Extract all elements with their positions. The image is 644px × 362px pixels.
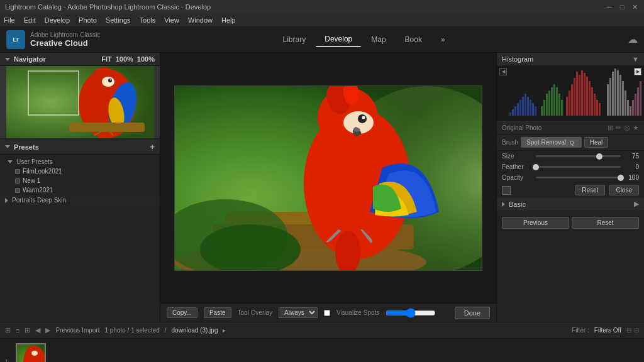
canvas-area: Copy... Paste Tool Overlay Always Auto N… — [160, 53, 496, 322]
app-name: Adobe Lightroom Classic — [30, 31, 100, 38]
tab-library[interactable]: Library — [274, 33, 315, 47]
close-button[interactable]: ✕ — [630, 3, 639, 11]
menu-tools[interactable]: Tools — [140, 16, 156, 24]
edit-icon[interactable]: ✏ — [616, 124, 621, 132]
shadow-clipping-button[interactable]: ◀ — [499, 68, 507, 75]
user-presets-label[interactable]: User Presets — [0, 157, 160, 167]
svg-rect-9 — [69, 123, 145, 132]
opacity-slider-row: Opacity 100 — [497, 172, 644, 183]
tab-more[interactable]: » — [432, 33, 454, 47]
menu-help[interactable]: Help — [221, 16, 236, 24]
visualize-spots-slider[interactable] — [386, 308, 436, 318]
highlight-clipping-button[interactable]: ▶ — [634, 68, 641, 75]
basic-header[interactable]: Basic ▶ — [497, 197, 644, 211]
svg-rect-52 — [576, 72, 578, 116]
opacity-value: 100 — [623, 174, 639, 181]
spot-color-swatch[interactable] — [502, 186, 511, 195]
visualize-spots-checkbox[interactable] — [324, 310, 330, 316]
heal-button[interactable]: Heal — [584, 137, 609, 148]
menu-view[interactable]: View — [164, 16, 179, 24]
preset-warm2021[interactable]: Warm2021 — [0, 185, 160, 195]
preset-new1[interactable]: New 1 — [0, 176, 160, 185]
tab-map[interactable]: Map — [362, 33, 394, 47]
main-photo — [175, 86, 482, 271]
tool-overlay-select[interactable]: Always Auto Never — [279, 307, 318, 318]
svg-point-79 — [31, 351, 38, 356]
tab-develop[interactable]: Develop — [316, 32, 361, 47]
svg-rect-61 — [599, 103, 601, 116]
target-icon[interactable]: ◎ — [624, 124, 630, 132]
portraits-group[interactable]: Portraits Deep Skin — [0, 195, 160, 206]
presets-add-icon[interactable]: + — [150, 142, 155, 151]
svg-rect-41 — [546, 94, 548, 116]
reset-button[interactable]: Reset — [572, 217, 639, 229]
filmstrip-sort-icon[interactable]: ⊞ — [25, 326, 30, 334]
svg-rect-31 — [517, 103, 519, 116]
opacity-thumb[interactable] — [618, 175, 624, 181]
filmstrip-ctrl-2[interactable]: ⊟ — [634, 327, 639, 334]
svg-point-5 — [110, 79, 111, 80]
menu-settings[interactable]: Settings — [106, 16, 131, 24]
histogram-header[interactable]: Histogram ▼ — [497, 53, 644, 65]
previous-button[interactable]: Previous — [502, 217, 569, 229]
svg-point-4 — [108, 79, 112, 82]
q-badge: Q — [568, 140, 576, 146]
preset-filmlook[interactable]: FilmLook2021 — [0, 167, 160, 176]
navigator-header[interactable]: Navigator FIT 100% 100% — [0, 53, 160, 66]
grid-icon[interactable]: ⊞ — [608, 124, 613, 132]
copy-button[interactable]: Copy... — [167, 307, 197, 318]
feather-track[interactable] — [536, 166, 621, 168]
filmstrip-thumbnail-1[interactable] — [16, 343, 46, 363]
filmstrip-ctrl-1[interactable]: ⊟ — [626, 327, 631, 334]
preset-label: Warm2021 — [23, 187, 53, 194]
maximize-button[interactable]: □ — [618, 3, 626, 11]
filmstrip-prev-arrow[interactable]: ◀ — [35, 326, 40, 334]
filmstrip-count: 1 photo / 1 selected — [104, 327, 159, 334]
filmstrip-list-icon[interactable]: ≡ — [16, 327, 19, 334]
size-thumb[interactable] — [596, 153, 602, 160]
presets-header[interactable]: Presets + — [0, 140, 160, 155]
nav-fit[interactable]: FIT — [101, 55, 112, 63]
filmstrip-grid-icon[interactable]: ⊞ — [5, 326, 11, 334]
filmstrip-nav-controls: ⊟ ⊟ — [626, 327, 639, 334]
menu-file[interactable]: File — [4, 16, 15, 24]
svg-rect-34 — [525, 94, 526, 116]
nav-zoom2[interactable]: 100% — [137, 55, 155, 63]
lrc-logo: Lr — [6, 30, 25, 49]
spot-removal-button[interactable]: Spot Removal Q — [521, 137, 582, 148]
menu-edit[interactable]: Edit — [24, 16, 36, 24]
feather-thumb[interactable] — [533, 164, 539, 170]
svg-rect-49 — [569, 90, 570, 116]
cloud-icon[interactable]: ☁ — [628, 33, 638, 45]
svg-rect-54 — [581, 70, 583, 116]
minimize-button[interactable]: ─ — [605, 3, 614, 11]
tab-book[interactable]: Book — [396, 33, 431, 47]
navigator-thumbnail — [6, 66, 154, 138]
star-icon[interactable]: ★ — [633, 124, 639, 132]
menu-window[interactable]: Window — [188, 16, 213, 24]
menu-photo[interactable]: Photo — [79, 16, 97, 24]
svg-rect-36 — [530, 100, 531, 116]
svg-rect-32 — [519, 100, 521, 116]
svg-rect-46 — [558, 94, 560, 116]
svg-rect-30 — [514, 106, 516, 116]
svg-rect-45 — [556, 87, 558, 116]
menu-develop[interactable]: Develop — [45, 16, 70, 24]
photo-container[interactable] — [160, 53, 496, 303]
svg-rect-56 — [586, 77, 588, 116]
portraits-label: Portraits Deep Skin — [12, 197, 66, 204]
svg-rect-28 — [509, 112, 511, 116]
histogram-collapse-icon[interactable]: ▼ — [632, 55, 639, 63]
filmstrip-nav: ⊞ ≡ ⊞ ◀ ▶ Previous Import 1 photo / 1 se… — [0, 322, 644, 338]
paste-button[interactable]: Paste — [204, 307, 231, 318]
filmstrip-next-arrow[interactable]: ▶ — [45, 326, 50, 334]
svg-rect-51 — [574, 78, 575, 116]
size-track[interactable] — [536, 155, 621, 157]
opacity-track[interactable] — [536, 177, 621, 178]
done-button[interactable]: Done — [455, 307, 490, 319]
spot-reset-button[interactable]: Reset — [575, 185, 605, 195]
spot-close-button[interactable]: Close — [609, 185, 639, 195]
nav-zoom1[interactable]: 100% — [116, 55, 133, 63]
presets-chevron — [5, 145, 10, 148]
user-presets-group: User Presets FilmLook2021 New 1 Warm2021 — [0, 157, 160, 195]
